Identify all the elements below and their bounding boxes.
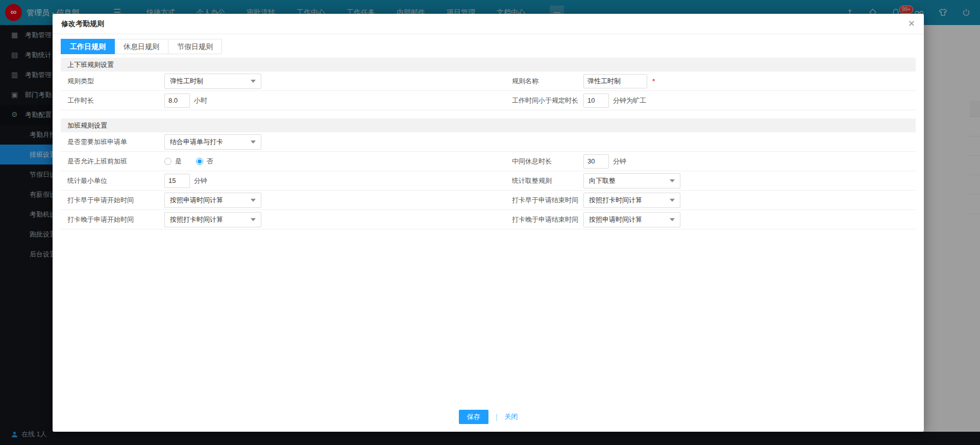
- chevron-down-icon: [251, 199, 256, 202]
- section-overtime-rules: 加班规则设置: [61, 119, 916, 132]
- min-unit-input[interactable]: [164, 174, 190, 188]
- work-hours-label: 工作时长: [67, 96, 164, 105]
- need-ot-form-label: 是否需要加班申请单: [67, 137, 164, 147]
- required-asterisk: *: [652, 77, 655, 85]
- min-unit-unit: 分钟: [194, 176, 207, 185]
- modal-title: 修改考勤规则: [61, 19, 104, 29]
- work-time-less-unit: 分钟为旷工: [613, 96, 646, 105]
- punch-early-end-select[interactable]: 按照打卡时间计算: [583, 193, 680, 208]
- work-time-less-label: 工作时间小于规定时长: [512, 96, 583, 105]
- punch-early-start-label: 打卡早于申请开始时间: [67, 196, 164, 205]
- form-row: 是否允许上班前加班 是 否 中间休息时长 分钟: [61, 152, 916, 171]
- rounding-label: 统计取整规则: [512, 176, 583, 185]
- form-row: 统计最小单位 分钟 统计取整规则 向下取整: [61, 171, 916, 191]
- mid-rest-unit: 分钟: [613, 157, 626, 166]
- modal-body: 工作日规则 休息日规则 节假日规则 上下班规则设置 规则类型 弹性工时制 规则名…: [53, 34, 924, 229]
- work-time-less-input[interactable]: [583, 93, 609, 108]
- punch-late-end-label: 打卡晚于申请结束时间: [512, 215, 583, 224]
- rule-type-label: 规则类型: [67, 77, 164, 86]
- form-row: 打卡晚于申请开始时间 按照打卡时间计算 打卡晚于申请结束时间 按照申请时间计算: [61, 210, 916, 229]
- radio-circle-icon: [196, 158, 203, 165]
- chevron-down-icon: [251, 80, 256, 83]
- section-punch-rules: 上下班规则设置: [61, 58, 916, 72]
- need-ot-form-select[interactable]: 结合申请单与打卡: [164, 134, 261, 150]
- radio-no[interactable]: 否: [196, 157, 213, 166]
- chevron-down-icon: [251, 218, 256, 221]
- tab-holiday-rules[interactable]: 节假日规则: [168, 39, 222, 54]
- tab-workday-rules[interactable]: 工作日规则: [61, 39, 115, 54]
- work-hours-unit: 小时: [194, 96, 207, 105]
- chevron-down-icon: [670, 218, 675, 221]
- mid-rest-input[interactable]: [583, 154, 609, 169]
- form-row: 打卡早于申请开始时间 按照申请时间计算 打卡早于申请结束时间 按照打卡时间计算: [61, 191, 916, 210]
- rule-name-label: 规则名称: [512, 77, 583, 86]
- allow-ot-before-label: 是否允许上班前加班: [67, 157, 164, 166]
- punch-early-end-label: 打卡早于申请结束时间: [512, 196, 583, 205]
- punch-late-start-select[interactable]: 按照打卡时间计算: [164, 212, 261, 227]
- chevron-down-icon: [251, 140, 256, 144]
- modal-header: 修改考勤规则 ✕: [53, 14, 924, 34]
- min-unit-label: 统计最小单位: [67, 176, 164, 185]
- punch-early-start-select[interactable]: 按照申请时间计算: [164, 193, 261, 208]
- save-button[interactable]: 保存: [459, 410, 488, 424]
- rule-tabs: 工作日规则 休息日规则 节假日规则: [61, 39, 916, 54]
- form-row: 工作时长 小时 工作时间小于规定时长 分钟为旷工: [61, 91, 916, 110]
- radio-yes[interactable]: 是: [164, 157, 182, 166]
- rule-name-input[interactable]: [583, 74, 647, 88]
- punch-late-start-label: 打卡晚于申请开始时间: [67, 215, 164, 224]
- tab-restday-rules[interactable]: 休息日规则: [115, 39, 168, 54]
- radio-circle-icon: [164, 158, 172, 165]
- rule-type-select[interactable]: 弹性工时制: [164, 74, 261, 89]
- rounding-select[interactable]: 向下取整: [583, 173, 680, 189]
- chevron-down-icon: [670, 199, 675, 202]
- modal-footer: 保存 | 关闭: [53, 402, 924, 432]
- form-row: 是否需要加班申请单 结合申请单与打卡: [61, 132, 916, 152]
- edit-attendance-rule-modal: 修改考勤规则 ✕ 工作日规则 休息日规则 节假日规则 上下班规则设置 规则类型 …: [53, 14, 924, 432]
- chevron-down-icon: [670, 179, 675, 182]
- footer-divider: |: [496, 413, 498, 421]
- form-row: 规则类型 弹性工时制 规则名称 *: [61, 72, 916, 91]
- mid-rest-label: 中间休息时长: [512, 157, 583, 166]
- close-link[interactable]: 关闭: [504, 412, 518, 421]
- work-hours-input[interactable]: [164, 93, 190, 108]
- close-icon[interactable]: ✕: [908, 19, 915, 28]
- punch-late-end-select[interactable]: 按照申请时间计算: [583, 212, 680, 227]
